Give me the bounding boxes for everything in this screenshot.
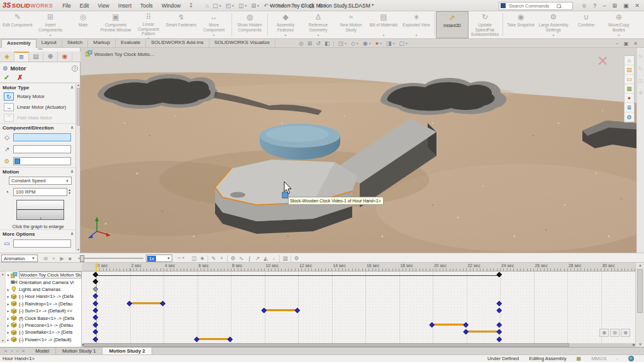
keyframe-diamond[interactable] [93,315,98,320]
ribbon-component-preview-window[interactable]: ▣Component Preview Window [99,11,132,38]
ok-button[interactable]: ✓ [4,74,9,82]
motor-type-linear-motor-actuator[interactable]: →Linear Motor (Actuator) [0,102,76,112]
expand-arrow-icon[interactable]: ▸ [6,302,11,306]
edit-appearance-icon[interactable]: ●▼ [374,40,384,47]
help-icon[interactable]: ? [72,65,78,72]
keyframe-diamond[interactable] [497,329,502,334]
tree-row-hour-hand-1[interactable]: ▸(-) Hour Hand<1> -> (Defa [6,293,82,300]
confirmation-corner-cancel-icon[interactable]: ✕ [597,53,609,70]
view-orientation-icon[interactable]: ◳▼ [336,40,348,47]
redo-icon[interactable]: ↷▼ [274,3,287,9]
keyframe-diamond[interactable] [93,329,98,334]
keyframe-diamond[interactable] [464,322,469,327]
ribbon-combine[interactable]: ∪Combine [570,11,602,38]
collapse-chevron-icon[interactable]: ∧ [70,125,74,130]
graphics-area[interactable]: Wooden Toy Clock Motio... Stock-Wooden C… [80,48,636,253]
tree-row-pinecone-1[interactable]: ▸(-) Pinecone<1> -> (Defau [6,322,82,329]
minimize-icon[interactable]: – [599,3,609,9]
menu-tools[interactable]: Tools [136,3,157,9]
collapse-chevron-icon[interactable]: ∧ [70,85,74,90]
search-icon[interactable] [557,4,561,8]
scroll-up-icon[interactable]: ▲ [638,263,642,267]
tree-row-wooden-toy-clock-m[interactable]: ▾Wooden Toy Clock Motion Stu [6,272,82,278]
ribbon-insert-components[interactable]: ⊞Insert Components▼ [34,11,67,38]
maximize-icon[interactable]: ⊞ [609,3,620,9]
motor-type-section-header[interactable]: Motor Type ∧ [0,83,76,91]
save-icon[interactable]: ◫▼ [236,3,249,9]
tree-row-snowflake-1[interactable]: ▸(-) Snowflake<1> -> (Defa [6,329,82,336]
previous-view-icon[interactable]: ↺ [314,40,323,47]
options-icon[interactable]: ⚙▼ [316,3,329,9]
manager-tab-propertymanager[interactable]: ≣ [14,52,29,62]
tab-assembly[interactable]: Assembly [1,39,36,48]
expand-arrow-icon[interactable]: ▸ [6,323,11,327]
add-update-key-icon[interactable]: + [218,255,226,261]
keyframe-diamond[interactable] [430,322,435,327]
spring-icon[interactable]: ∿ [237,255,245,261]
scroll-up-icon[interactable]: ▲ [77,83,80,87]
scroll-down-icon[interactable]: ▼ [1,339,4,343]
keyframe-diamond[interactable] [93,272,98,277]
damper-icon[interactable]: ∫ [245,255,253,261]
menu-window[interactable]: Window [157,3,185,9]
menu-edit[interactable]: Edit [75,3,94,9]
taskpane-3d-content-central-icon[interactable]: ◍ [625,112,634,122]
timeline-position-slider[interactable] [78,258,143,259]
status-units[interactable]: MMGS [591,356,606,361]
scroll-down-icon[interactable]: ▼ [638,343,642,346]
collapse-chevron-icon[interactable]: ∧ [70,231,74,236]
timeline-zoom-out-icon[interactable]: ⊖ [610,329,619,337]
expand-arrow-icon[interactable]: ▸ [6,337,11,342]
ribbon-linear-component-pattern[interactable]: ⠿Linear Component Pattern▼ [132,11,165,38]
keyframe-diamond[interactable] [127,300,132,305]
study-tab-motion-study-1[interactable]: Motion Study 1 [56,348,103,355]
restore-icon[interactable]: ▣ [620,3,632,9]
motor-profile-graph[interactable]: t [16,200,64,220]
print-icon[interactable]: ⊟▼ [250,3,262,9]
home-icon[interactable]: ⌂ [204,3,211,9]
first-tab-icon[interactable]: « [3,348,9,354]
keyframe-diamond[interactable] [228,336,233,341]
select-icon[interactable]: ↖▼ [286,3,299,9]
motion-section-header[interactable]: Motion ∧ [0,167,76,175]
hide-show-items-icon[interactable]: ◉▼ [361,40,374,47]
study-tab-model[interactable]: Model [29,348,56,355]
help-icon[interactable]: ? [590,3,599,9]
keyframe-bar[interactable] [197,338,231,340]
timeline-vertical-scrollbar[interactable]: ▲ ▼ [635,263,644,347]
keyframe-diamond[interactable] [160,300,165,305]
ribbon-update-speedpak-subassemblies[interactable]: ↻Update SpeedPak Subassemblies [469,11,501,38]
component-to-move-relative-to-selection-field[interactable] [13,157,71,165]
timeline-tracks[interactable]: ⊕⊖⊛ [82,272,635,343]
keyframe-bar[interactable] [467,331,501,332]
keyframe-diamond[interactable] [93,287,98,292]
taskpane-solidworks-resources-icon[interactable]: ⌂ [625,56,634,65]
ribbon-smart-fasteners[interactable]: ↯Smart Fasteners [165,11,197,38]
tab-solidworks-visualize[interactable]: SOLIDWORKS Visualize [209,39,275,48]
property-manager-scrollbar[interactable]: ▲ ▼ [75,83,80,251]
file-properties-icon[interactable]: ▤ [307,3,316,9]
menu-insert[interactable]: Insert [114,3,136,9]
taskpane-file-explorer-icon[interactable]: ▭ [625,75,634,84]
slider-thumb[interactable] [80,255,84,262]
timeline-area[interactable]: 0 sec2 sec4 sec6 sec8 sec10 sec12 sec14 … [82,263,635,347]
tree-row-orientation-and-ca[interactable]: Orientation and Camera Vi [6,278,82,285]
expand-arrow-icon[interactable]: ▸ [6,294,11,299]
keyframe-diamond[interactable] [497,336,502,341]
motor-direction-selection-field[interactable] [13,145,71,153]
study-type-dropdown[interactable]: Animation ▼ [1,255,38,262]
manager-tab-featuremanager[interactable]: ◈ [0,52,14,62]
keyframe-diamond[interactable] [93,279,98,284]
playback-speed-dropdown[interactable]: 1x ▼ [146,255,172,262]
section-view-icon[interactable]: ◧ [323,40,332,47]
taskpane-design-library-icon[interactable]: ▤ [625,65,634,75]
doc-restore-icon[interactable]: ▣ [621,41,631,47]
results-and-plots-icon[interactable]: ▥ [281,255,289,261]
collapse-chevron-icon[interactable]: ∧ [70,169,74,174]
tab-sketch[interactable]: Sketch [62,39,88,48]
motor-type-path-mate-motor[interactable]: ⌒Path Mate Motor [0,112,76,123]
keyframe-diamond[interactable] [464,329,469,334]
force-icon[interactable]: ↗ [253,255,262,261]
calculate-icon[interactable]: ⊞ [42,256,50,261]
last-tab-icon[interactable]: » [20,348,26,354]
